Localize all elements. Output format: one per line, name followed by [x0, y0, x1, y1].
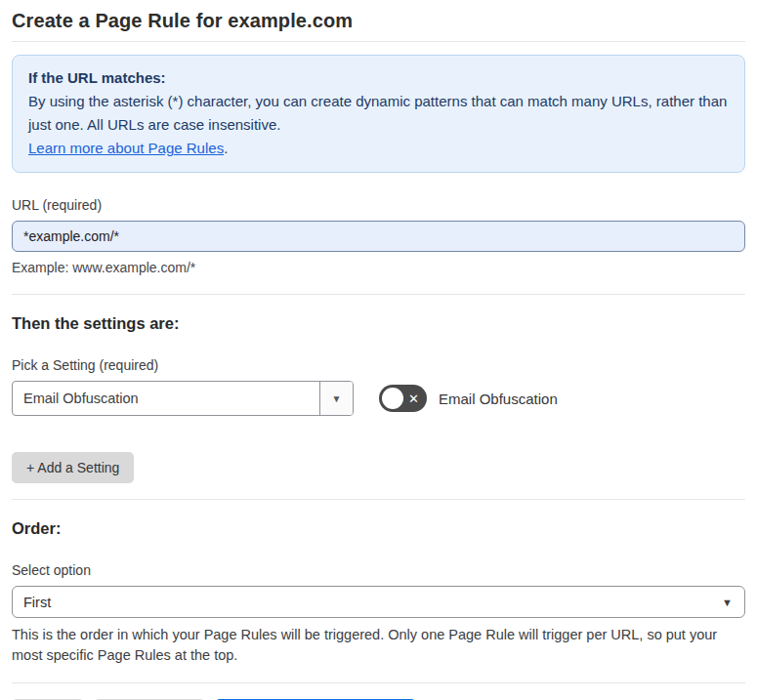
- url-input[interactable]: [12, 221, 745, 252]
- order-section-heading: Order:: [12, 519, 745, 538]
- setting-select-value: Email Obfuscation: [13, 382, 319, 415]
- add-setting-button[interactable]: + Add a Setting: [12, 452, 134, 483]
- settings-section-divider: [12, 499, 745, 500]
- url-example-helper: Example: www.example.com/*: [12, 260, 745, 275]
- caret-down-icon: ▼: [722, 597, 733, 608]
- pick-setting-label: Pick a Setting (required): [12, 357, 745, 373]
- footer-divider: [12, 682, 745, 683]
- title-divider: [12, 41, 745, 42]
- order-select[interactable]: First ▼: [12, 586, 745, 618]
- toggle-off-x-icon: ✕: [408, 392, 419, 405]
- order-helper-text: This is the order in which your Page Rul…: [12, 625, 745, 666]
- toggle-knob: [382, 388, 403, 409]
- learn-more-link[interactable]: Learn more about Page Rules: [28, 140, 224, 156]
- create-page-rule-form: Create a Page Rule for example.com If th…: [0, 0, 757, 700]
- info-box-body: By using the asterisk (*) character, you…: [28, 90, 729, 137]
- url-match-info-box: If the URL matches: By using the asteris…: [12, 55, 745, 173]
- setting-select-caret-button[interactable]: ▼: [319, 382, 353, 415]
- setting-select[interactable]: Email Obfuscation ▼: [12, 381, 354, 416]
- info-box-heading: If the URL matches:: [28, 66, 729, 90]
- page-title: Create a Page Rule for example.com: [12, 10, 745, 32]
- url-section-divider: [12, 294, 745, 295]
- order-select-value: First: [23, 595, 51, 610]
- setting-row: Email Obfuscation ▼ ✕ Email Obfuscation: [12, 381, 745, 416]
- info-box-link-line: Learn more about Page Rules.: [28, 137, 729, 160]
- caret-down-icon: ▼: [332, 393, 342, 404]
- toggle-label: Email Obfuscation: [439, 391, 558, 407]
- order-select-label: Select option: [12, 562, 745, 578]
- url-field-label: URL (required): [12, 197, 745, 213]
- email-obfuscation-toggle-group: ✕ Email Obfuscation: [379, 385, 558, 412]
- settings-section-heading: Then the settings are:: [12, 314, 745, 333]
- email-obfuscation-toggle[interactable]: ✕: [379, 385, 427, 412]
- link-suffix: .: [224, 140, 228, 156]
